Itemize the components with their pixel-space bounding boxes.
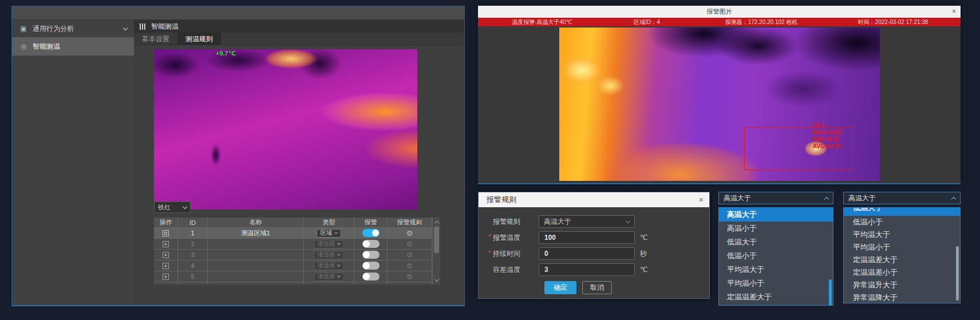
dropdown-option[interactable]: 低温大于: [719, 235, 833, 249]
rule-dropdown-right: 高温大于 低温大于 低温小于 平均温大于 平均温小于 定温温差大于 定温温差小于…: [843, 192, 961, 306]
rule-dropdown-left: 高温大于 高温大于 高温小于 低温大于 低温小于 平均温大于 平均温小于 定温温…: [718, 192, 833, 306]
sidebar: ▣ 通用行为分析 ◎ 智能测温: [12, 20, 134, 305]
cell-name: 测温区域1: [208, 228, 304, 239]
table-header-row: 操作 ID 名称 类型 报警 报警规则: [154, 218, 432, 228]
temp-field-row: * 报警温度 ℃: [479, 231, 709, 244]
screenshot-canvas: ▣ 通用行为分析 ◎ 智能测温 智能测温 基本设置 测温规则 +9.7℃: [0, 0, 980, 320]
dropdown-header[interactable]: 高温大于: [718, 192, 833, 204]
scroll-down-icon[interactable]: [434, 277, 439, 282]
dropdown-option[interactable]: 低温小于: [844, 216, 960, 228]
confirm-button[interactable]: 确定: [544, 281, 576, 294]
content-title: 智能测温: [151, 22, 179, 31]
tolerance-unit: ℃: [640, 263, 647, 276]
dialog-title: 报警规则: [479, 192, 709, 207]
dropdown-header[interactable]: 高温大于: [843, 192, 961, 204]
gear-icon[interactable]: ⚙: [406, 240, 413, 248]
col-header-id: ID: [178, 218, 208, 228]
dropdown-option[interactable]: 定温温差小于: [719, 304, 833, 306]
alarm-picture-dialog: 报警图片 × 温度报警-高温大于40℃ 区域ID：4 探测器：172.20.20…: [478, 6, 961, 184]
cancel-button[interactable]: 取消: [582, 281, 612, 294]
roi-min: MIN:25.0C: [813, 136, 843, 143]
dropdown-option[interactable]: 高温大于: [719, 208, 833, 222]
close-icon[interactable]: ×: [952, 6, 956, 18]
close-icon[interactable]: ×: [699, 192, 704, 207]
scrollbar-thumb[interactable]: [956, 246, 959, 301]
alarm-toggle[interactable]: [362, 272, 380, 281]
type-select[interactable]: 请选择: [314, 251, 344, 259]
gear-icon[interactable]: ⚙: [406, 251, 413, 259]
tab-basic-settings[interactable]: 基本设置: [134, 33, 177, 45]
duration-label: 持续时间: [493, 247, 520, 260]
alarm-toggle[interactable]: [362, 251, 380, 259]
dialog-title: 报警图片: [478, 6, 961, 18]
panel-handle-icon[interactable]: [140, 23, 145, 30]
tab-bar: 基本设置 测温规则: [134, 33, 464, 45]
banner-alarm-type: 温度报警-高温大于40℃: [512, 18, 572, 26]
chevron-down-icon: [337, 263, 341, 267]
type-select[interactable]: 请选择: [314, 272, 344, 281]
dropdown-option[interactable]: 定温温差小于: [844, 266, 960, 279]
chevron-down-icon: [337, 274, 341, 278]
draw-region-icon[interactable]: [163, 230, 169, 236]
rule-label: 报警规则: [493, 215, 520, 228]
dropdown-option-partial[interactable]: 低温大于: [844, 208, 960, 216]
dropdown-option[interactable]: 异常温降大于: [844, 291, 960, 303]
alarm-thermal-image: ID:4 MAX:45.8C MIN:25.0C AVG:28.9C: [559, 27, 880, 181]
gear-icon[interactable]: ⚙: [406, 262, 413, 270]
cell-id: 1: [178, 228, 208, 239]
table-row: + 3 请选择 ⚙: [154, 250, 432, 260]
chevron-down-icon: [626, 218, 630, 223]
gear-icon[interactable]: ⚙: [406, 229, 413, 238]
cell-name: [208, 250, 304, 260]
palette-value: 铁红: [158, 203, 171, 212]
table-scrollbar[interactable]: [432, 218, 440, 285]
alarm-toggle[interactable]: [362, 240, 380, 248]
sidebar-item-smart-thermometry[interactable]: ◎ 智能测温: [12, 37, 134, 56]
target-icon: ◎: [19, 42, 28, 50]
palette-select[interactable]: 铁红: [154, 202, 191, 213]
sidebar-group-behavior-analysis[interactable]: ▣ 通用行为分析: [12, 20, 134, 37]
dropdown-option[interactable]: 低温小于: [719, 249, 833, 263]
dropdown-option[interactable]: 平均温大于: [719, 263, 833, 276]
alarm-toggle[interactable]: [362, 262, 380, 270]
scroll-up-icon[interactable]: [434, 221, 439, 226]
temp-unit: ℃: [640, 231, 647, 244]
gear-icon[interactable]: ⚙: [406, 272, 413, 281]
cell-id: 2: [178, 239, 208, 250]
dropdown-value: 高温大于: [724, 193, 751, 203]
chevron-down-icon: [334, 231, 338, 234]
add-region-icon[interactable]: +: [163, 252, 169, 258]
add-region-icon[interactable]: +: [163, 274, 169, 280]
alarm-temperature-input[interactable]: [539, 231, 635, 244]
table-row: + 2 请选择 ⚙: [154, 239, 432, 250]
banner-region-id: 区域ID：4: [634, 18, 660, 26]
type-select[interactable]: 请选择: [314, 262, 344, 270]
rule-select[interactable]: 高温大于: [539, 215, 635, 228]
grid-icon: ▣: [19, 25, 28, 33]
dropdown-option[interactable]: 平均温大于: [844, 228, 960, 241]
col-header-alarm: 报警: [354, 218, 388, 228]
duration-input[interactable]: [539, 247, 635, 260]
type-select[interactable]: 请选择: [314, 240, 344, 248]
tolerance-input[interactable]: [539, 263, 635, 276]
scrollbar-thumb[interactable]: [829, 279, 832, 306]
tab-thermometry-rules[interactable]: 测温规则: [177, 33, 221, 45]
dropdown-option[interactable]: 高温小于: [719, 222, 833, 235]
col-header-op: 操作: [154, 218, 178, 228]
rules-table: 操作 ID 名称 类型 报警 报警规则 1 测温区域1 区域 ⚙: [154, 218, 440, 285]
alarm-toggle[interactable]: [362, 229, 380, 237]
dropdown-option[interactable]: 异常温升大于: [844, 279, 960, 291]
dropdown-option[interactable]: 定温温差大于: [719, 290, 833, 304]
add-region-icon[interactable]: +: [163, 263, 169, 269]
roi-max: MAX:45.8C: [813, 129, 843, 136]
sidebar-item-label: 智能测温: [33, 42, 127, 52]
scrollbar-thumb[interactable]: [434, 227, 439, 253]
thermal-preview-image: +9.7℃: [154, 49, 417, 210]
add-region-icon[interactable]: +: [163, 241, 169, 247]
type-select[interactable]: 区域: [317, 229, 341, 238]
chevron-down-icon: [123, 25, 128, 30]
dropdown-option[interactable]: 平均温小于: [719, 276, 833, 290]
table-row-partial: [154, 282, 432, 285]
dropdown-option[interactable]: 平均温小于: [844, 241, 960, 254]
dropdown-option[interactable]: 定温温差大于: [844, 254, 960, 266]
